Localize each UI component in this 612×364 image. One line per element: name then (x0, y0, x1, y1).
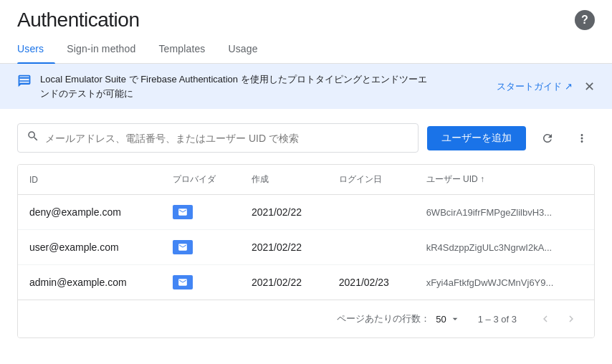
table-row[interactable]: admin@example.com 2021/02/22 2021/02/23 … (18, 265, 594, 300)
table-row[interactable]: deny@example.com 2021/02/22 6WBcirA19ifr… (18, 195, 594, 230)
col-header-uid[interactable]: ユーザー UID ↑ (415, 165, 594, 195)
add-user-button[interactable]: ユーザーを追加 (427, 126, 526, 150)
header: Authentication ? (0, 0, 612, 32)
cell-created: 2021/02/22 (240, 265, 327, 300)
toolbar: ユーザーを追加 (17, 123, 595, 153)
email-provider-icon (173, 205, 193, 219)
main-content: ユーザーを追加 ID プロバイダ (0, 109, 612, 353)
cell-login (327, 195, 415, 230)
cell-provider (161, 230, 240, 265)
cell-provider (161, 195, 240, 230)
search-box (17, 123, 419, 153)
page-title: Authentication (17, 9, 139, 32)
search-input[interactable] (45, 133, 409, 144)
pagination-nav (534, 307, 583, 330)
refresh-button[interactable] (535, 125, 560, 151)
col-header-created: 作成 (240, 165, 327, 195)
tab-users[interactable]: Users (17, 34, 55, 63)
cell-id: user@example.com (18, 230, 161, 265)
users-table: ID プロバイダ 作成 ログイン日 ユーザー UID ↑ (17, 164, 595, 338)
table-footer: ページあたりの行数： 50 1 – 3 of 3 (18, 300, 594, 337)
table-row[interactable]: user@example.com 2021/02/22 kR4SdzppZigU… (18, 230, 594, 265)
cell-uid: 6WBcirA19ifrFMPgeZlilbvH3... (415, 195, 594, 230)
cell-provider (161, 265, 240, 300)
cell-id: admin@example.com (18, 265, 161, 300)
sort-icon: ↑ (480, 174, 484, 184)
banner-text: Local Emulator Suite で Firebase Authenti… (40, 72, 427, 100)
cell-id: deny@example.com (18, 195, 161, 230)
next-page-button[interactable] (560, 307, 583, 330)
email-provider-icon (173, 275, 193, 289)
cell-created: 2021/02/22 (240, 230, 327, 265)
cell-uid: kR4SdzppZigULc3NgrwI2kA... (415, 230, 594, 265)
help-icon[interactable]: ? (575, 10, 595, 30)
col-header-login: ログイン日 (327, 165, 415, 195)
rows-per-page-select[interactable]: 50 (436, 313, 460, 325)
rows-per-page-control: ページあたりの行数： 50 (337, 312, 460, 325)
pagination-info: 1 – 3 of 3 (478, 314, 517, 325)
start-guide-link[interactable]: スタートガイド ↗ (497, 80, 573, 93)
cell-login (327, 230, 415, 265)
cell-created: 2021/02/22 (240, 195, 327, 230)
tab-templates[interactable]: Templates (147, 34, 216, 63)
banner-close-button[interactable]: ✕ (584, 79, 595, 95)
col-header-id: ID (18, 165, 161, 195)
table-header-row: ID プロバイダ 作成 ログイン日 ユーザー UID ↑ (18, 165, 594, 195)
email-provider-icon (173, 240, 193, 254)
tab-usage[interactable]: Usage (216, 34, 269, 63)
search-icon (27, 130, 39, 146)
tabs: Users Sign-in method Templates Usage (0, 34, 612, 64)
cell-login: 2021/02/23 (327, 265, 415, 300)
more-options-button[interactable] (569, 125, 595, 151)
info-banner: Local Emulator Suite で Firebase Authenti… (0, 64, 612, 109)
col-header-provider: プロバイダ (161, 165, 240, 195)
tab-sign-in-method[interactable]: Sign-in method (55, 34, 147, 63)
prev-page-button[interactable] (534, 307, 557, 330)
emulator-icon (17, 74, 32, 88)
cell-uid: xFyi4aFtkfgDwWJCMnVj6Y9... (415, 265, 594, 300)
